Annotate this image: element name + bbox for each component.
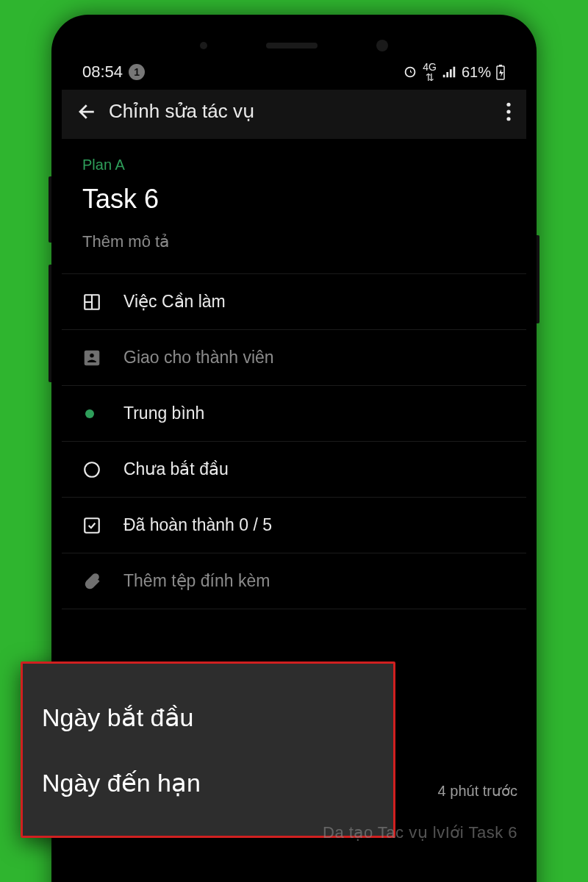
paperclip-icon: [82, 572, 101, 591]
status-label: Chưa bắt đầu: [123, 459, 506, 479]
row-divider: [62, 609, 526, 664]
row-bucket[interactable]: Việc Cần làm: [62, 273, 526, 329]
network-type: 4G: [423, 62, 437, 72]
phone-sensors: [62, 38, 526, 53]
notification-count-badge: 1: [129, 64, 145, 80]
task-title[interactable]: Task 6: [62, 179, 526, 226]
checklist-label: Đã hoàn thành 0 / 5: [123, 515, 506, 535]
row-priority[interactable]: Trung bình: [62, 385, 526, 441]
due-date-option[interactable]: Ngày đến hạn: [42, 768, 374, 797]
checklist-icon: [82, 516, 101, 535]
svg-point-4: [506, 117, 510, 121]
row-checklist[interactable]: Đã hoàn thành 0 / 5: [62, 497, 526, 553]
row-assign[interactable]: Giao cho thành viên: [62, 329, 526, 385]
svg-rect-1: [499, 65, 502, 66]
back-button[interactable]: [76, 101, 109, 123]
assign-label: Giao cho thành viên: [123, 348, 506, 368]
bixby-button: [49, 265, 51, 382]
start-date-option[interactable]: Ngày bắt đầu: [42, 703, 374, 732]
app-bar: Chỉnh sửa tác vụ: [62, 90, 526, 139]
status-time: 08:54: [82, 62, 123, 82]
more-button[interactable]: [490, 102, 512, 121]
date-callout: Ngày bắt đầu Ngày đến hạn: [21, 662, 395, 838]
volume-button: [49, 176, 51, 243]
attachment-label: Thêm tệp đính kèm: [123, 571, 506, 591]
priority-label: Trung bình: [123, 404, 506, 423]
status-circle-icon: [82, 460, 101, 479]
priority-dot-icon: [85, 409, 94, 418]
signal-icon: [441, 64, 457, 80]
created-ago: 4 phút trước: [438, 782, 517, 800]
svg-point-6: [85, 462, 99, 477]
created-by-line-truncated: Da tạo Tac vụ lvIới Task 6: [323, 823, 517, 842]
alarm-icon: [402, 64, 418, 80]
row-attachment[interactable]: Thêm tệp đính kèm: [62, 553, 526, 609]
data-arrows-icon: ⇅: [426, 72, 434, 82]
status-bar: 08:54 1 4G ⇅ 61%: [62, 25, 526, 90]
bucket-label: Việc Cần làm: [123, 292, 506, 312]
task-content: Plan A Task 6 Thêm mô tả Việc Cần làm Gi…: [62, 139, 526, 664]
svg-point-2: [506, 102, 510, 106]
description-field[interactable]: Thêm mô tả: [62, 226, 526, 273]
svg-point-3: [506, 110, 510, 113]
bucket-icon: [82, 293, 101, 312]
appbar-title: Chỉnh sửa tác vụ: [109, 100, 490, 123]
battery-charging-icon: [495, 64, 506, 80]
plan-name[interactable]: Plan A: [62, 154, 526, 179]
battery-percent: 61%: [462, 64, 491, 81]
power-button: [537, 235, 539, 323]
row-status[interactable]: Chưa bắt đầu: [62, 441, 526, 497]
svg-rect-7: [85, 518, 99, 533]
assign-icon: [82, 348, 101, 368]
